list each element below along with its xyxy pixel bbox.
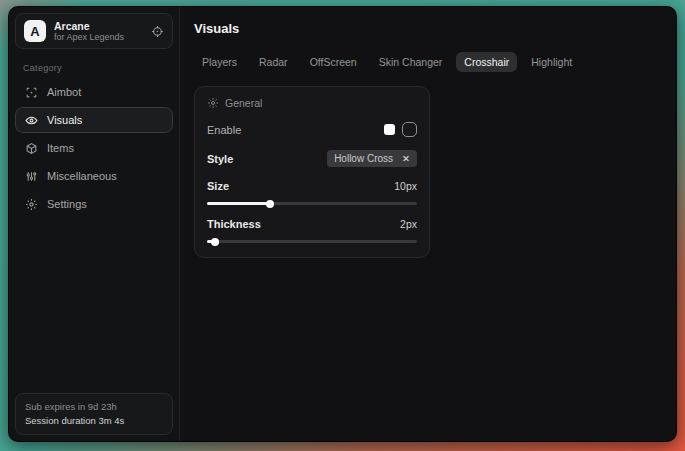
sliders-icon bbox=[25, 170, 38, 183]
sidebar-item-miscellaneous[interactable]: Miscellaneous bbox=[15, 163, 173, 189]
gear-icon bbox=[25, 198, 38, 211]
sidebar-item-label: Miscellaneous bbox=[47, 170, 117, 182]
tab-radar[interactable]: Radar bbox=[251, 52, 296, 72]
enable-label: Enable bbox=[207, 124, 241, 136]
size-slider[interactable] bbox=[207, 202, 417, 205]
crosshair-icon[interactable] bbox=[151, 25, 164, 38]
enable-checkbox[interactable] bbox=[402, 122, 417, 137]
style-row: Style Hollow Cross ✕ bbox=[207, 150, 417, 167]
brand-text: Arcane for Apex Legends bbox=[54, 20, 143, 42]
style-label: Style bbox=[207, 153, 233, 165]
thickness-slider-fill[interactable] bbox=[207, 240, 215, 243]
general-panel: General Enable Style Hollow Cross ✕ Size… bbox=[194, 86, 430, 258]
thickness-value: 2px bbox=[400, 218, 417, 230]
sidebar: A Arcane for Apex Legends Category bbox=[9, 7, 180, 441]
subscription-info-box: Sub expires in 9d 23h Session duration 3… bbox=[15, 393, 173, 436]
sidebar-item-label: Aimbot bbox=[47, 86, 81, 98]
sidebar-item-aimbot[interactable]: Aimbot bbox=[15, 79, 173, 105]
tab-skin-changer[interactable]: Skin Changer bbox=[371, 52, 451, 72]
size-row: Size 10px bbox=[207, 180, 417, 192]
style-select[interactable]: Hollow Cross ✕ bbox=[327, 150, 417, 167]
brand-card: A Arcane for Apex Legends bbox=[15, 13, 173, 49]
size-label: Size bbox=[207, 180, 229, 192]
category-label: Category bbox=[23, 63, 173, 73]
sidebar-item-label: Settings bbox=[47, 198, 87, 210]
general-panel-title: General bbox=[225, 97, 262, 109]
enable-row: Enable bbox=[207, 122, 417, 137]
tab-highlight[interactable]: Highlight bbox=[523, 52, 580, 72]
sidebar-item-label: Visuals bbox=[47, 114, 82, 126]
sidebar-nav: Aimbot Visuals Items bbox=[15, 79, 173, 217]
general-panel-header: General bbox=[207, 97, 417, 109]
style-value: Hollow Cross bbox=[334, 153, 393, 164]
tab-offscreen[interactable]: OffScreen bbox=[302, 52, 365, 72]
thickness-row: Thickness 2px bbox=[207, 218, 417, 230]
page-title: Visuals bbox=[194, 21, 662, 36]
app-title: Arcane bbox=[54, 20, 143, 32]
sidebar-item-items[interactable]: Items bbox=[15, 135, 173, 161]
arcane-window: A Arcane for Apex Legends Category bbox=[8, 6, 677, 442]
tab-players[interactable]: Players bbox=[194, 52, 245, 72]
tab-bar: Players Radar OffScreen Skin Changer Cro… bbox=[194, 52, 662, 72]
main-content: Visuals Players Radar OffScreen Skin Cha… bbox=[180, 7, 676, 441]
sidebar-item-label: Items bbox=[47, 142, 74, 154]
sidebar-spacer bbox=[15, 217, 173, 393]
gear-icon bbox=[207, 97, 219, 109]
app-logo: A bbox=[24, 20, 46, 42]
size-slider-fill[interactable] bbox=[207, 202, 270, 205]
color-swatch[interactable] bbox=[384, 124, 395, 135]
app-subtitle: for Apex Legends bbox=[54, 32, 143, 42]
tab-crosshair[interactable]: Crosshair bbox=[456, 52, 517, 72]
enable-controls bbox=[384, 122, 417, 137]
eye-icon bbox=[25, 114, 38, 127]
session-duration-text: Session duration 3m 4s bbox=[25, 414, 163, 428]
sidebar-item-visuals[interactable]: Visuals bbox=[15, 107, 173, 133]
size-value: 10px bbox=[394, 180, 417, 192]
clear-style-icon[interactable]: ✕ bbox=[402, 154, 410, 164]
package-icon bbox=[25, 142, 38, 155]
thickness-label: Thickness bbox=[207, 218, 261, 230]
sub-expires-text: Sub expires in 9d 23h bbox=[25, 400, 163, 414]
sidebar-item-settings[interactable]: Settings bbox=[15, 191, 173, 217]
aimbot-icon bbox=[25, 86, 38, 99]
thickness-slider[interactable] bbox=[207, 240, 417, 243]
